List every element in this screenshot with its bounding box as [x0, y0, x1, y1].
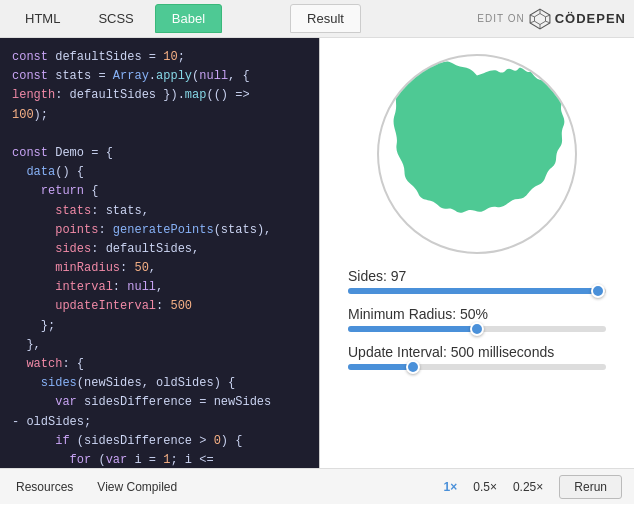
svg-line-5 [530, 15, 534, 17]
blob-svg [379, 56, 575, 252]
tab-bar-left: HTML SCSS Babel Result [8, 4, 361, 33]
code-line: updateInterval: 500 [12, 297, 307, 316]
code-line: watch: { [12, 355, 307, 374]
update-interval-slider-track [348, 364, 606, 370]
view-compiled-button[interactable]: View Compiled [93, 478, 181, 496]
code-line: return { [12, 182, 307, 201]
code-line: const defaultSides = 10; [12, 48, 307, 67]
codepen-logo: EDIT ON CÖDEPEN [477, 8, 626, 30]
code-line: var sidesDifference = newSides [12, 393, 307, 412]
code-panel[interactable]: const defaultSides = 10; const stats = A… [0, 38, 320, 468]
code-line: }; [12, 317, 307, 336]
min-radius-label: Minimum Radius: 50% [348, 306, 606, 322]
codepen-brand-text: CÖDEPEN [555, 11, 626, 26]
code-line: }, [12, 336, 307, 355]
blob-path [394, 61, 565, 213]
sides-slider-thumb[interactable] [591, 284, 605, 298]
main-content: const defaultSides = 10; const stats = A… [0, 38, 634, 468]
tab-html[interactable]: HTML [8, 4, 77, 33]
min-radius-slider-fill [348, 326, 477, 332]
code-line: sides: defaultSides, [12, 240, 307, 259]
multiplier-0-25x[interactable]: 0.25× [513, 480, 543, 494]
code-line: for (var i = 1; i <= [12, 451, 307, 468]
sliders-section: Sides: 97 Minimum Radius: 50% Update Int… [340, 268, 614, 370]
code-line: if (sidesDifference > 0) { [12, 432, 307, 451]
sides-slider-fill [348, 288, 598, 294]
update-interval-slider-thumb[interactable] [406, 360, 420, 374]
code-line: const Demo = { [12, 144, 307, 163]
codepen-edit-text: EDIT ON [477, 13, 524, 24]
code-line: stats: stats, [12, 202, 307, 221]
multiplier-1x[interactable]: 1× [444, 480, 458, 494]
result-panel: Sides: 97 Minimum Radius: 50% Update Int… [320, 38, 634, 468]
svg-line-4 [545, 15, 549, 17]
code-line: interval: null, [12, 278, 307, 297]
svg-marker-1 [534, 13, 545, 24]
update-interval-label: Update Interval: 500 milliseconds [348, 344, 606, 360]
code-line: points: generatePoints(stats), [12, 221, 307, 240]
min-radius-slider-row: Minimum Radius: 50% [348, 306, 606, 332]
rerun-button[interactable]: Rerun [559, 475, 622, 499]
bottom-bar: Resources View Compiled 1× 0.5× 0.25× Re… [0, 468, 634, 504]
codepen-icon [529, 8, 551, 30]
code-line: minRadius: 50, [12, 259, 307, 278]
svg-line-7 [530, 21, 534, 23]
tab-scss[interactable]: SCSS [81, 4, 150, 33]
min-radius-slider-thumb[interactable] [470, 322, 484, 336]
resources-button[interactable]: Resources [12, 478, 77, 496]
sides-slider-row: Sides: 97 [348, 268, 606, 294]
multiplier-0-5x[interactable]: 0.5× [473, 480, 497, 494]
min-radius-slider-track [348, 326, 606, 332]
sides-label: Sides: 97 [348, 268, 606, 284]
code-line [12, 125, 307, 144]
code-line: const stats = Array.apply(null, { [12, 67, 307, 86]
code-line: data() { [12, 163, 307, 182]
tab-babel[interactable]: Babel [155, 4, 222, 33]
tab-result[interactable]: Result [290, 4, 361, 33]
code-line: length: defaultSides }).map(() => [12, 86, 307, 105]
tab-bar: HTML SCSS Babel Result EDIT ON CÖDEPEN [0, 0, 634, 38]
code-line: 100); [12, 106, 307, 125]
update-interval-slider-fill [348, 364, 413, 370]
sides-slider-track [348, 288, 606, 294]
update-interval-slider-row: Update Interval: 500 milliseconds [348, 344, 606, 370]
code-line: - oldSides; [12, 413, 307, 432]
code-line: sides(newSides, oldSides) { [12, 374, 307, 393]
blob-container [377, 54, 577, 254]
svg-line-6 [545, 21, 549, 23]
